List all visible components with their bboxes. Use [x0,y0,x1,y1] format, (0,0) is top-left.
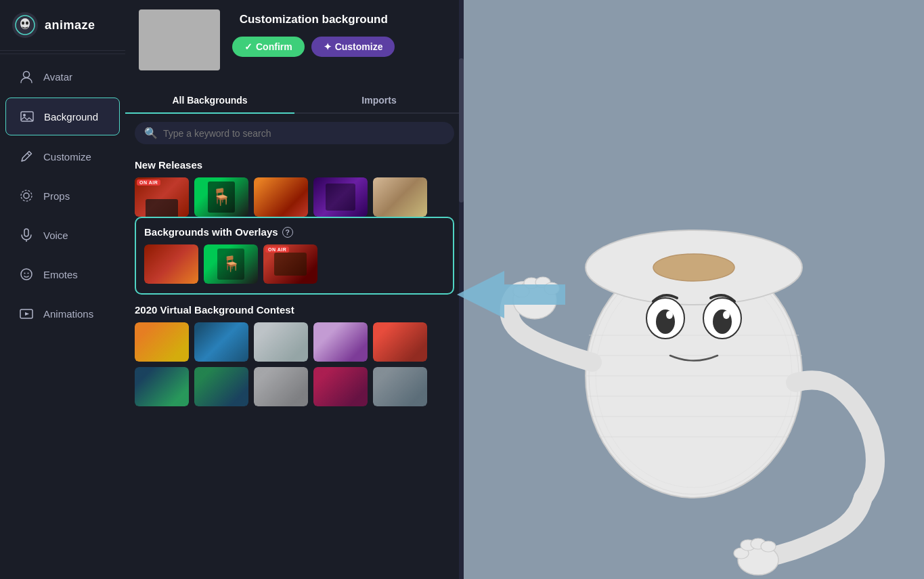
app-logo: animaze [0,0,125,51]
bg-thumb-inner-ov2: 🪑 [204,244,258,284]
svg-point-4 [24,72,30,78]
tab-imports[interactable]: Imports [294,87,464,114]
wand-icon: ✦ [324,41,332,52]
scrollbar-track [459,0,464,579]
svg-marker-16 [25,312,29,316]
bg-thumb-nr1[interactable]: ON AIR [135,177,189,217]
bg-thumb-c3[interactable] [254,322,308,362]
overlays-section: Backgrounds with Overlays ? 🪑 [135,217,454,295]
sidebar-item-label-voice: Voice [43,230,68,241]
bg-thumb-inner-nr2: 🪑 [194,177,248,217]
svg-point-8 [24,193,29,198]
extra-grid [135,367,454,406]
checkmark-icon: ✓ [244,41,252,52]
sidebar-item-label-avatar: Avatar [43,71,72,83]
sidebar-item-avatar[interactable]: Avatar [5,58,120,95]
props-icon [18,187,35,205]
bg-thumb-ov2[interactable]: 🪑 [204,244,258,284]
bg-thumb-e4[interactable] [313,367,368,406]
tabs-row: All Backgrounds Imports [125,87,464,114]
new-releases-title: New Releases [135,159,454,171]
panel-scroll[interactable]: New Releases ON AIR 🪑 [125,150,464,579]
main-area: Customization background ✓ Confirm ✦ Cus… [125,0,924,579]
svg-rect-10 [24,229,28,236]
sidebar-item-animations[interactable]: Animations [5,295,120,332]
svg-point-13 [24,273,26,274]
bg-thumb-inner-e2 [194,367,248,406]
scrollbar-thumb[interactable] [459,58,464,203]
confirm-label: Confirm [256,41,292,52]
tab-all-backgrounds[interactable]: All Backgrounds [125,87,294,114]
sidebar-item-label-emotes: Emotes [43,269,78,280]
customize-label: Customize [335,41,383,52]
contest-title: 2020 Virtual Background Contest [135,304,454,316]
bg-thumb-nr2[interactable]: 🪑 [194,177,248,217]
character-svg [491,91,897,579]
bg-thumb-c2[interactable] [194,322,248,362]
animations-icon [18,305,35,322]
new-releases-grid: ON AIR 🪑 [135,177,454,217]
bg-thumb-inner-e1 [135,367,189,406]
bg-thumb-nr5[interactable] [373,177,427,217]
bg-thumb-c4[interactable] [313,322,368,362]
overlays-section-title: Backgrounds with Overlays ? [144,226,445,238]
svg-point-1 [20,18,30,29]
customization-bg-box: Customization background ✓ Confirm ✦ Cus… [125,0,464,80]
bg-thumb-inner-nr4 [313,177,368,217]
svg-point-9 [21,190,32,201]
sidebar-item-props[interactable]: Props [5,177,120,214]
bg-thumb-nr4[interactable] [313,177,368,217]
bg-thumb-e2[interactable] [194,367,248,406]
confirm-button[interactable]: ✓ Confirm [232,37,305,57]
bg-thumb-c5[interactable] [373,322,427,362]
bg-thumb-inner-e3 [254,367,308,406]
bg-thumb-inner-c1 [135,322,189,362]
svg-point-33 [544,282,559,295]
svg-point-28 [653,254,734,281]
sidebar-item-voice[interactable]: Voice [5,217,120,253]
on-air-badge-nr1: ON AIR [137,179,160,186]
customize-button[interactable]: ✦ Customize [311,37,395,57]
bg-thumb-inner-nr3 [254,177,308,217]
help-icon[interactable]: ? [282,227,293,238]
sidebar-item-emotes[interactable]: Emotes [5,256,120,293]
search-input-wrap: 🔍 [135,122,454,144]
search-input[interactable] [163,128,445,139]
svg-point-44 [723,311,730,319]
svg-point-3 [26,22,28,25]
panel: Customization background ✓ Confirm ✦ Cus… [125,0,464,579]
sidebar-item-background[interactable]: Background [5,98,120,135]
overlays-title-text: Backgrounds with Overlays [144,226,278,238]
svg-point-6 [23,114,26,116]
bg-thumb-ov1[interactable] [144,244,198,284]
sidebar-divider-top [0,53,125,54]
on-air-badge-ov3: ON AIR [265,246,289,253]
bg-thumb-nr3[interactable] [254,177,308,217]
sidebar-item-label-customize: Customize [43,151,91,163]
bg-thumb-c1[interactable] [135,322,189,362]
character-wrap [464,71,924,579]
customization-title: Customization background [232,12,395,27]
bg-thumb-inner-c4 [313,322,368,362]
voice-icon [18,226,35,244]
bg-thumb-e5[interactable] [373,367,427,406]
bg-thumb-e3[interactable] [254,367,308,406]
bg-thumb-ov3[interactable]: ON AIR [263,244,317,284]
svg-line-7 [27,153,30,156]
sidebar-item-label-props: Props [43,190,70,202]
bg-preview-area [464,0,924,579]
btn-row: ✓ Confirm ✦ Customize [232,37,395,57]
contest-grid [135,322,454,362]
search-bar: 🔍 [125,114,464,150]
bg-thumb-e1[interactable] [135,367,189,406]
svg-point-43 [666,311,673,319]
sidebar: animaze Avatar Background Cu [0,0,125,579]
background-icon [18,108,36,125]
bg-thumb-inner-c3 [254,322,308,362]
bg-thumb-inner-e5 [373,367,427,406]
sidebar-item-customize[interactable]: Customize [5,138,120,175]
bg-thumb-inner-c2 [194,322,248,362]
bg-thumb-inner-e4 [313,367,368,406]
panel-top: Customization background ✓ Confirm ✦ Cus… [125,0,464,87]
bg-thumb-inner-ov1 [144,244,198,284]
